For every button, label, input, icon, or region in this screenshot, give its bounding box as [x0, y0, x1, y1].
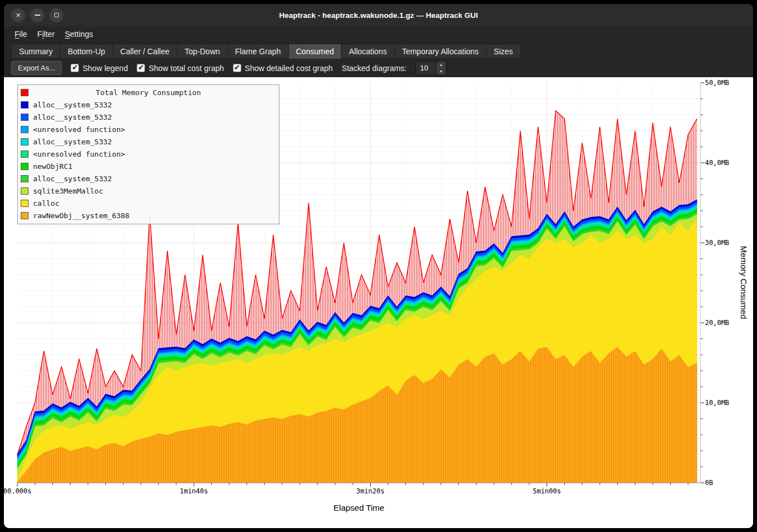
- legend-item: alloc__system_5332: [20, 172, 277, 185]
- tab-top-down[interactable]: Top-Down: [177, 44, 228, 59]
- legend-item: <unresolved function>: [20, 148, 277, 160]
- tab-sizes[interactable]: Sizes: [486, 44, 521, 59]
- legend-swatch: [21, 89, 29, 96]
- legend-swatch: [21, 138, 29, 145]
- x-axis-title: Elapsed Time: [334, 503, 385, 512]
- legend-swatch: [21, 114, 29, 121]
- legend-label: <unresolved function>: [33, 150, 125, 158]
- legend-swatch: [21, 187, 29, 195]
- tab-caller-callee[interactable]: Caller / Callee: [113, 44, 177, 59]
- checkbox-show-total-cost-graph[interactable]: Show total cost graph: [137, 64, 224, 73]
- close-icon: ✕: [16, 12, 21, 19]
- legend-label: calloc: [33, 199, 59, 208]
- tab-temporary-allocations[interactable]: Temporary Allocations: [394, 44, 487, 59]
- legend-item: newObjRC1: [20, 160, 277, 172]
- tab-allocations[interactable]: Allocations: [341, 44, 395, 59]
- checkbox-label: Show total cost graph: [148, 64, 224, 73]
- spin-up-button[interactable]: ▲: [436, 62, 446, 68]
- legend-swatch: [21, 175, 29, 182]
- legend-swatch: [21, 200, 29, 207]
- close-button[interactable]: ✕: [11, 8, 25, 22]
- legend-item: <unresolved function>: [20, 123, 277, 135]
- window-controls: ✕: [11, 4, 63, 26]
- legend-title: Total Memory Consumption: [33, 88, 264, 97]
- export-as-button[interactable]: Export As...: [11, 61, 62, 75]
- legend-item: alloc__system_5332: [20, 98, 277, 111]
- legend-label: <unresolved function>: [33, 125, 125, 134]
- x-axis-tick-label: 00.000s: [4, 487, 31, 495]
- checkbox-label: Show legend: [82, 64, 128, 73]
- minimize-icon: [35, 15, 40, 16]
- toolbar-checkboxes: Show legendShow total cost graphShow det…: [71, 64, 333, 73]
- x-axis-tick-label: 5min00s: [532, 487, 561, 495]
- legend-label: newObjRC1: [33, 162, 72, 171]
- legend-swatch: [21, 150, 29, 158]
- legend-item: alloc__system_5332: [20, 135, 277, 148]
- tab-consumed[interactable]: Consumed: [288, 44, 342, 59]
- legend-label: sqlite3MemMalloc: [33, 187, 103, 195]
- minimize-button[interactable]: [30, 8, 44, 22]
- tab-bar: SummaryBottom-UpCaller / CalleeTop-DownF…: [4, 42, 753, 59]
- legend-swatch: [21, 101, 29, 109]
- chart-region: Total Memory Consumptionalloc__system_53…: [4, 77, 753, 528]
- y-axis-tick-label: 50,0MB: [705, 79, 729, 87]
- checkbox-indicator: [233, 64, 241, 72]
- x-axis-tick-label: 3min20s: [356, 487, 385, 495]
- y-axis-tick-label: 40,0MB: [705, 159, 729, 167]
- legend-label: alloc__system_5332: [33, 101, 112, 109]
- tab-summary[interactable]: Summary: [11, 44, 60, 59]
- chart-legend: Total Memory Consumptionalloc__system_53…: [17, 84, 279, 224]
- tab-flame-graph[interactable]: Flame Graph: [227, 44, 289, 59]
- y-axis-tick-label: 0B: [705, 479, 713, 487]
- app-window: ✕ Heaptrack - heaptrack.wakunode.1.gz — …: [4, 4, 753, 528]
- legend-item: alloc__system_5332: [20, 111, 277, 123]
- x-axis-tick-label: 1min40s: [180, 487, 208, 495]
- toolbar: Export As... Show legendShow total cost …: [4, 59, 753, 77]
- checkbox-show-legend[interactable]: Show legend: [71, 64, 128, 73]
- legend-item: rawNewObj__system_6388: [20, 209, 277, 222]
- maximize-icon: [54, 13, 59, 17]
- spinbox-buttons: ▲ ▼: [436, 62, 446, 75]
- y-axis-title: Memory Consumed: [739, 246, 749, 319]
- spin-down-button[interactable]: ▼: [436, 68, 446, 75]
- stacked-diagrams-spinbox[interactable]: 10 ▲ ▼: [415, 61, 446, 76]
- legend-item: sqlite3MemMalloc: [20, 185, 277, 197]
- legend-label: alloc__system_5332: [33, 138, 112, 146]
- tab-bottom-up[interactable]: Bottom-Up: [60, 44, 113, 59]
- legend-title-row: Total Memory Consumption: [20, 86, 277, 98]
- menu-file[interactable]: File: [10, 28, 32, 40]
- titlebar: ✕ Heaptrack - heaptrack.wakunode.1.gz — …: [4, 4, 753, 26]
- y-axis-tick-label: 10,0MB: [705, 399, 729, 407]
- maximize-button[interactable]: [49, 8, 63, 22]
- legend-item: calloc: [20, 197, 277, 209]
- stacked-diagrams-label: Stacked diagrams:: [342, 64, 406, 73]
- checkbox-label: Show detailed cost graph: [245, 64, 333, 73]
- legend-swatch: [21, 212, 29, 219]
- menu-filter[interactable]: Filter: [32, 28, 60, 40]
- legend-label: alloc__system_5332: [33, 175, 112, 183]
- menubar: File Filter Settings: [4, 26, 753, 42]
- legend-swatch: [21, 163, 29, 170]
- legend-label: alloc__system_5332: [33, 113, 112, 121]
- spinbox-value: 10: [416, 62, 436, 75]
- checkbox-show-detailed-cost-graph[interactable]: Show detailed cost graph: [233, 64, 333, 73]
- y-axis-tick-label: 20,0MB: [705, 319, 729, 327]
- legend-label: rawNewObj__system_6388: [33, 211, 129, 220]
- y-axis-tick-label: 30,0MB: [705, 239, 729, 247]
- menu-settings[interactable]: Settings: [60, 28, 99, 40]
- window-title: Heaptrack - heaptrack.wakunode.1.gz — He…: [279, 11, 478, 20]
- checkbox-indicator: [137, 64, 145, 72]
- legend-swatch: [21, 126, 29, 133]
- checkbox-indicator: [71, 64, 79, 72]
